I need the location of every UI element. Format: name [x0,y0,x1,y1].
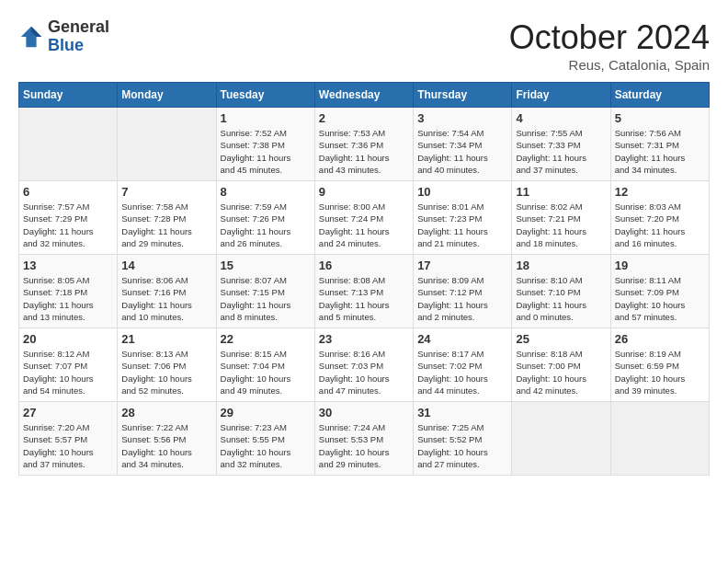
day-number: 21 [121,332,211,346]
day-number: 29 [221,406,311,419]
day-number: 4 [516,111,606,125]
day-cell [610,402,709,476]
day-number: 20 [23,332,113,346]
day-info: Sunrise: 8:05 AM Sunset: 7:18 PM Dayligh… [23,274,113,323]
week-row-5: 27Sunrise: 7:20 AM Sunset: 5:57 PM Dayli… [19,402,710,476]
day-info: Sunrise: 7:53 AM Sunset: 7:36 PM Dayligh… [319,127,409,176]
day-number: 1 [221,111,311,125]
calendar-header: SundayMondayTuesdayWednesdayThursdayFrid… [19,83,710,108]
day-info: Sunrise: 8:07 AM Sunset: 7:15 PM Dayligh… [221,274,311,323]
logo-icon [18,24,44,50]
day-number: 6 [23,185,113,199]
day-number: 15 [221,259,311,272]
day-number: 10 [417,185,507,199]
day-cell: 20Sunrise: 8:12 AM Sunset: 7:07 PM Dayli… [19,328,118,402]
day-info: Sunrise: 8:02 AM Sunset: 7:21 PM Dayligh… [516,201,606,249]
day-cell: 14Sunrise: 8:06 AM Sunset: 7:16 PM Dayli… [118,255,216,328]
day-info: Sunrise: 7:55 AM Sunset: 7:33 PM Dayligh… [516,127,606,176]
week-row-3: 13Sunrise: 8:05 AM Sunset: 7:18 PM Dayli… [19,255,710,328]
day-info: Sunrise: 7:24 AM Sunset: 5:53 PM Dayligh… [319,421,409,470]
day-cell: 6Sunrise: 7:57 AM Sunset: 7:29 PM Daylig… [19,181,118,255]
day-info: Sunrise: 7:23 AM Sunset: 5:55 PM Dayligh… [221,421,311,470]
column-header-sunday: Sunday [19,83,118,108]
day-number: 7 [121,185,211,199]
day-number: 13 [23,259,113,272]
day-cell: 25Sunrise: 8:18 AM Sunset: 7:00 PM Dayli… [512,328,610,402]
day-info: Sunrise: 8:09 AM Sunset: 7:12 PM Dayligh… [417,274,507,323]
day-cell: 2Sunrise: 7:53 AM Sunset: 7:36 PM Daylig… [314,108,413,181]
week-row-2: 6Sunrise: 7:57 AM Sunset: 7:29 PM Daylig… [19,181,710,255]
day-number: 19 [615,259,705,272]
day-cell: 9Sunrise: 8:00 AM Sunset: 7:24 PM Daylig… [314,181,413,255]
day-cell: 24Sunrise: 8:17 AM Sunset: 7:02 PM Dayli… [414,328,512,402]
day-number: 24 [417,332,507,346]
day-cell: 12Sunrise: 8:03 AM Sunset: 7:20 PM Dayli… [610,181,709,255]
day-cell: 7Sunrise: 7:58 AM Sunset: 7:28 PM Daylig… [118,181,216,255]
column-header-monday: Monday [118,83,216,108]
day-number: 23 [319,332,409,346]
day-info: Sunrise: 7:58 AM Sunset: 7:28 PM Dayligh… [121,201,211,249]
day-info: Sunrise: 8:12 AM Sunset: 7:07 PM Dayligh… [23,348,113,396]
day-info: Sunrise: 8:13 AM Sunset: 7:06 PM Dayligh… [121,348,211,396]
day-info: Sunrise: 8:03 AM Sunset: 7:20 PM Dayligh… [615,201,705,249]
day-number: 31 [417,406,507,419]
day-info: Sunrise: 8:16 AM Sunset: 7:03 PM Dayligh… [319,348,409,396]
day-info: Sunrise: 7:54 AM Sunset: 7:34 PM Dayligh… [417,127,507,176]
day-cell: 21Sunrise: 8:13 AM Sunset: 7:06 PM Dayli… [118,328,216,402]
day-cell: 27Sunrise: 7:20 AM Sunset: 5:57 PM Dayli… [19,402,118,476]
day-info: Sunrise: 7:59 AM Sunset: 7:26 PM Dayligh… [221,201,311,249]
column-header-thursday: Thursday [414,83,512,108]
day-cell: 23Sunrise: 8:16 AM Sunset: 7:03 PM Dayli… [314,328,413,402]
day-number: 17 [417,259,507,272]
day-info: Sunrise: 8:19 AM Sunset: 6:59 PM Dayligh… [615,348,705,396]
day-number: 25 [516,332,606,346]
day-cell [118,108,216,181]
day-number: 22 [221,332,311,346]
logo: General Blue [18,18,109,55]
day-number: 16 [319,259,409,272]
logo-text: General Blue [48,18,109,55]
day-cell: 30Sunrise: 7:24 AM Sunset: 5:53 PM Dayli… [314,402,413,476]
day-cell: 26Sunrise: 8:19 AM Sunset: 6:59 PM Dayli… [610,328,709,402]
day-info: Sunrise: 8:11 AM Sunset: 7:09 PM Dayligh… [615,274,705,323]
day-info: Sunrise: 8:06 AM Sunset: 7:16 PM Dayligh… [121,274,211,323]
day-cell: 19Sunrise: 8:11 AM Sunset: 7:09 PM Dayli… [610,255,709,328]
day-info: Sunrise: 8:18 AM Sunset: 7:00 PM Dayligh… [516,348,606,396]
day-cell: 22Sunrise: 8:15 AM Sunset: 7:04 PM Dayli… [216,328,314,402]
day-number: 11 [516,185,606,199]
day-cell: 5Sunrise: 7:56 AM Sunset: 7:31 PM Daylig… [610,108,709,181]
day-number: 14 [121,259,211,272]
day-number: 3 [417,111,507,125]
day-cell: 29Sunrise: 7:23 AM Sunset: 5:55 PM Dayli… [216,402,314,476]
day-number: 27 [23,406,113,419]
title-block: October 2024 Reus, Catalonia, Spain [509,18,710,73]
day-number: 18 [516,259,606,272]
day-number: 5 [615,111,705,125]
day-info: Sunrise: 8:10 AM Sunset: 7:10 PM Dayligh… [516,274,606,323]
day-info: Sunrise: 8:00 AM Sunset: 7:24 PM Dayligh… [319,201,409,249]
month-title: October 2024 [509,18,710,57]
day-cell: 31Sunrise: 7:25 AM Sunset: 5:52 PM Dayli… [414,402,512,476]
day-info: Sunrise: 8:01 AM Sunset: 7:23 PM Dayligh… [417,201,507,249]
day-number: 8 [221,185,311,199]
day-cell: 13Sunrise: 8:05 AM Sunset: 7:18 PM Dayli… [19,255,118,328]
day-number: 26 [615,332,705,346]
column-header-saturday: Saturday [610,83,709,108]
day-cell: 11Sunrise: 8:02 AM Sunset: 7:21 PM Dayli… [512,181,610,255]
day-cell: 28Sunrise: 7:22 AM Sunset: 5:56 PM Dayli… [118,402,216,476]
column-header-tuesday: Tuesday [216,83,314,108]
day-cell: 8Sunrise: 7:59 AM Sunset: 7:26 PM Daylig… [216,181,314,255]
day-info: Sunrise: 7:57 AM Sunset: 7:29 PM Dayligh… [23,201,113,249]
day-cell: 10Sunrise: 8:01 AM Sunset: 7:23 PM Dayli… [414,181,512,255]
day-info: Sunrise: 7:25 AM Sunset: 5:52 PM Dayligh… [417,421,507,470]
day-cell: 3Sunrise: 7:54 AM Sunset: 7:34 PM Daylig… [414,108,512,181]
day-cell: 1Sunrise: 7:52 AM Sunset: 7:38 PM Daylig… [216,108,314,181]
day-cell: 4Sunrise: 7:55 AM Sunset: 7:33 PM Daylig… [512,108,610,181]
day-number: 30 [319,406,409,419]
day-number: 2 [319,111,409,125]
week-row-4: 20Sunrise: 8:12 AM Sunset: 7:07 PM Dayli… [19,328,710,402]
day-number: 28 [121,406,211,419]
calendar-table: SundayMondayTuesdayWednesdayThursdayFrid… [18,82,710,476]
day-info: Sunrise: 8:17 AM Sunset: 7:02 PM Dayligh… [417,348,507,396]
day-cell: 15Sunrise: 8:07 AM Sunset: 7:15 PM Dayli… [216,255,314,328]
